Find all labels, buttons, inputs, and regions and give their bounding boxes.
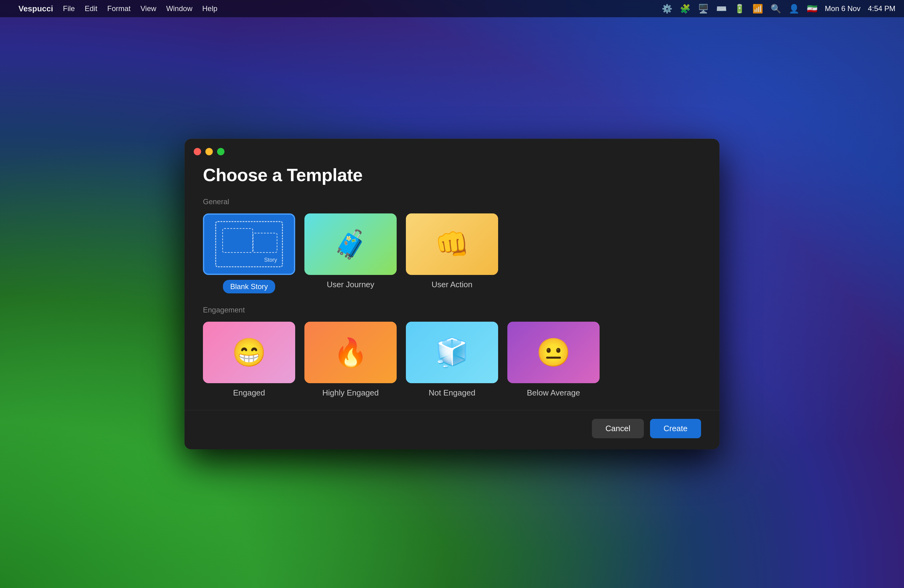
modal-overlay: Choose a Template General Story [0,0,904,588]
template-item-engaged[interactable]: 😁 Engaged [203,322,295,398]
traffic-lights [185,139,719,155]
blank-story-card-2 [253,233,277,253]
template-item-user-journey[interactable]: 🧳 User Journey [304,213,397,293]
dialog-footer: Cancel Create [185,410,719,449]
dialog-content: Choose a Template General Story [185,155,719,398]
blank-story-card-1 [222,228,253,253]
user-journey-name: User Journey [327,280,375,289]
blank-story-thumb: Story [203,213,295,275]
highly-engaged-name: Highly Engaged [322,388,379,398]
create-button[interactable]: Create [650,419,701,438]
engagement-template-grid: 😁 Engaged 🔥 Highly Engaged [203,322,701,398]
user-journey-emoji: 🧳 [333,228,368,261]
blank-story-inner: Story [215,221,283,267]
user-journey-thumb: 🧳 [304,213,397,275]
desktop: Vespucci File Edit Format View Window He… [0,0,904,588]
template-item-blank-story[interactable]: Story Blank Story [203,213,295,293]
engaged-name: Engaged [233,388,265,398]
not-engaged-thumb: 🧊 [406,322,498,383]
general-section-label: General [203,198,701,206]
close-button[interactable] [194,148,201,155]
dialog-title: Choose a Template [203,164,701,185]
below-average-name: Below Average [527,388,580,398]
highly-engaged-thumb: 🔥 [304,322,397,383]
template-dialog: Choose a Template General Story [185,139,719,449]
highly-engaged-emoji: 🔥 [333,337,368,369]
engaged-emoji: 😁 [232,337,266,369]
template-item-not-engaged[interactable]: 🧊 Not Engaged [406,322,498,398]
blank-story-label: Story [264,257,277,263]
template-item-below-average[interactable]: 😐 Below Average [507,322,600,398]
user-action-name: User Action [432,280,473,289]
not-engaged-emoji: 🧊 [435,337,469,369]
user-action-emoji: 👊 [435,228,469,261]
cancel-button[interactable]: Cancel [592,419,644,438]
template-item-highly-engaged[interactable]: 🔥 Highly Engaged [304,322,397,398]
engagement-section-label: Engagement [203,306,701,314]
template-item-user-action[interactable]: 👊 User Action [406,213,498,293]
below-average-emoji: 😐 [536,337,571,369]
minimize-button[interactable] [205,148,213,155]
user-action-thumb: 👊 [406,213,498,275]
engaged-thumb: 😁 [203,322,295,383]
maximize-button[interactable] [217,148,224,155]
blank-story-name: Blank Story [223,280,275,293]
general-template-grid: Story Blank Story 🧳 User Journey [203,213,701,293]
below-average-thumb: 😐 [507,322,600,383]
not-engaged-name: Not Engaged [428,388,476,398]
